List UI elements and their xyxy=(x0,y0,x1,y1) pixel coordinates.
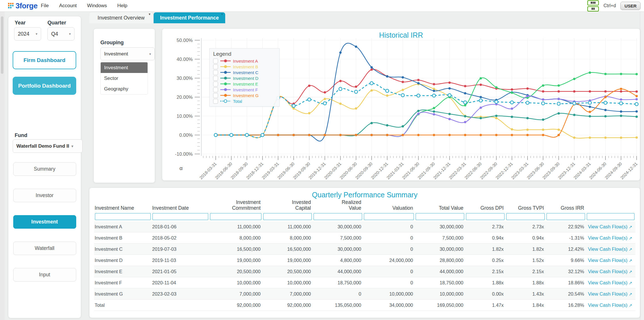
nav-investor-button[interactable]: Investor xyxy=(13,189,76,202)
legend-checkbox[interactable] xyxy=(213,64,218,69)
legend-item-investment-g[interactable]: Investment G xyxy=(210,92,279,98)
column-header-total-value[interactable]: Total Value xyxy=(415,199,465,213)
filter-input-valuation[interactable] xyxy=(364,213,414,220)
column-header-realized-value[interactable]: Realized Value xyxy=(313,199,363,213)
year-select[interactable]: 2024 ▾ xyxy=(14,27,41,41)
quarter-select[interactable]: Q4 ▾ xyxy=(47,27,74,41)
cell-tvpi: 1.52x xyxy=(505,255,546,266)
cell-commitment: 19,000,000 xyxy=(209,255,262,266)
nav-investment-button[interactable]: Investment xyxy=(13,215,76,229)
legend-checkbox[interactable] xyxy=(213,93,218,98)
right-scrollbar[interactable] xyxy=(640,12,644,320)
column-header-investment-commitment[interactable]: Investment Commitment xyxy=(209,199,262,213)
legend-item-investment-e[interactable]: Investment E xyxy=(210,81,279,87)
view-cash-flows-link[interactable]: View Cash Flow(s) ↗ xyxy=(588,258,632,263)
filter-input-investment-date[interactable] xyxy=(152,213,208,220)
tab-dropdown-icon[interactable]: ▼ xyxy=(221,13,223,16)
table-total-row[interactable]: Total92,000,00092,000,000135,050,00034,0… xyxy=(94,300,635,311)
filter-input-gross-irr[interactable] xyxy=(546,213,585,220)
tab-dropdown-icon[interactable]: ▼ xyxy=(148,13,151,16)
nav-input-button[interactable]: Input xyxy=(13,268,76,282)
svg-text:10.00%: 10.00% xyxy=(177,113,193,119)
legend-item-investment-c[interactable]: Investment C xyxy=(210,70,279,75)
column-header-valuation[interactable]: Valuation xyxy=(363,199,415,213)
cell-valuation: 24,000,000 xyxy=(363,255,415,266)
cell-irr: 16.28% xyxy=(546,300,586,311)
legend-item-investment-b[interactable]: Investment B xyxy=(210,64,279,70)
cell-date: 2018-01-06 xyxy=(152,221,209,232)
legend-item-total[interactable]: Total xyxy=(210,98,279,104)
left-scrollbar[interactable] xyxy=(0,12,5,320)
table-filter-row xyxy=(94,213,635,221)
chart-legend: Legend Investment AInvestment BInvestmen… xyxy=(209,48,280,107)
view-cash-flows-link[interactable]: View Cash Flow(s) ↗ xyxy=(588,269,632,274)
legend-item-investment-a[interactable]: Investment A xyxy=(210,58,279,64)
filter-input-total-value[interactable] xyxy=(416,213,464,220)
nav-summary-button[interactable]: Summary xyxy=(13,162,76,176)
legend-marker-icon xyxy=(220,70,231,74)
menu-help[interactable]: Help xyxy=(117,3,127,9)
user-button[interactable]: USER xyxy=(620,2,641,10)
menu-windows[interactable]: Windows xyxy=(87,3,107,9)
view-cash-flows-link[interactable]: View Cash Flow(s) ↗ xyxy=(588,224,632,229)
view-cash-flows-link[interactable]: View Cash Flow(s) ↗ xyxy=(588,302,632,308)
table-row[interactable]: Investment B2018-05-028,000,0008,000,000… xyxy=(94,232,635,244)
cell-irr: 32.12% xyxy=(546,266,586,277)
table-row[interactable]: Investment D2019-11-0319,000,00019,000,0… xyxy=(94,255,635,266)
grouping-option-geography[interactable]: Geography xyxy=(101,84,148,94)
legend-checkbox[interactable] xyxy=(213,70,218,75)
filter-input-gross-tvpi[interactable] xyxy=(506,213,545,220)
view-cash-flows-link[interactable]: View Cash Flow(s) ↗ xyxy=(588,291,632,296)
table-row[interactable]: Investment G2023-02-037,000,0007,000,000… xyxy=(94,288,635,300)
legend-checkbox[interactable] xyxy=(213,76,218,81)
filter-input-invested-capital[interactable] xyxy=(263,213,312,220)
view-cash-flows-link[interactable]: View Cash Flow(s) ↗ xyxy=(588,280,632,285)
cell-date: 2019-07-03 xyxy=(152,244,209,255)
table-row[interactable]: Investment E2021-01-0520,500,00020,500,0… xyxy=(94,266,635,277)
filter-input-investment-name[interactable] xyxy=(95,213,151,220)
column-header-gross-irr[interactable]: Gross IRR xyxy=(546,199,586,213)
firm-dashboard-button[interactable]: Firm Dashboard xyxy=(13,51,76,69)
table-row[interactable]: Investment C2019-07-0316,500,00016,500,0… xyxy=(94,244,635,255)
nav-waterfall-button[interactable]: Waterfall xyxy=(13,242,76,255)
table-row[interactable]: Investment F2020-11-0410,000,00010,000,0… xyxy=(94,277,635,288)
filter-input-gross-dpi[interactable] xyxy=(466,213,505,220)
legend-checkbox[interactable] xyxy=(213,99,218,104)
cell-valuation: 34,000,000 xyxy=(363,300,415,311)
tab-investment-overview[interactable]: Investment Overview ▼ xyxy=(89,12,153,23)
svg-text:30.00%: 30.00% xyxy=(177,76,193,81)
column-header-gross-dpi[interactable]: Gross DPI xyxy=(465,199,505,213)
menu-account[interactable]: Account xyxy=(59,3,77,9)
table-row[interactable]: Investment A2018-01-0611,000,00011,000,0… xyxy=(94,221,635,232)
filter-input-realized-value[interactable] xyxy=(314,213,362,220)
legend-marker-icon xyxy=(220,88,231,92)
column-header-invested-capital[interactable]: Invested Capital xyxy=(262,199,313,213)
grouping-option-investment[interactable]: Investment xyxy=(101,62,148,73)
filter-input-investment-commitment[interactable] xyxy=(210,213,261,220)
fund-select[interactable]: Waterfall Demo Fund II ▾ xyxy=(13,139,83,153)
view-cash-flows-link[interactable]: View Cash Flow(s) ↗ xyxy=(588,235,632,240)
column-header-investment-name[interactable]: Investment Name xyxy=(94,199,152,213)
grouping-option-sector[interactable]: Sector xyxy=(101,73,148,84)
tab-label: Investment Overview xyxy=(98,15,144,21)
filter-input-actions[interactable] xyxy=(587,213,635,220)
cell-name: Investment B xyxy=(94,232,152,244)
cell-date xyxy=(152,300,209,311)
tab-investment-performance[interactable]: Investment Performance ▼ xyxy=(154,12,225,23)
quarter-label: Quarter xyxy=(47,20,66,26)
column-header-gross-tvpi[interactable]: Gross TVPI xyxy=(505,199,546,213)
column-header-investment-date[interactable]: Investment Date xyxy=(152,199,209,213)
cell-irr: -1.31% xyxy=(546,232,586,244)
legend-item-investment-d[interactable]: Investment D xyxy=(210,75,279,81)
portfolio-dashboard-button[interactable]: Portfolio Dashboard xyxy=(13,77,76,95)
legend-item-investment-f[interactable]: Investment F xyxy=(210,87,279,92)
legend-checkbox[interactable] xyxy=(213,82,218,86)
legend-checkbox[interactable] xyxy=(213,87,218,92)
legend-checkbox[interactable] xyxy=(213,59,218,63)
table-title: Quarterly Performance Summary xyxy=(89,191,640,199)
grouping-select[interactable]: Investment ▾ xyxy=(100,47,155,60)
column-header-actions[interactable] xyxy=(586,199,635,213)
cell-tvpi: 1.82x xyxy=(505,244,546,255)
menu-file[interactable]: File xyxy=(41,3,49,9)
view-cash-flows-link[interactable]: View Cash Flow(s) ↗ xyxy=(588,246,632,252)
